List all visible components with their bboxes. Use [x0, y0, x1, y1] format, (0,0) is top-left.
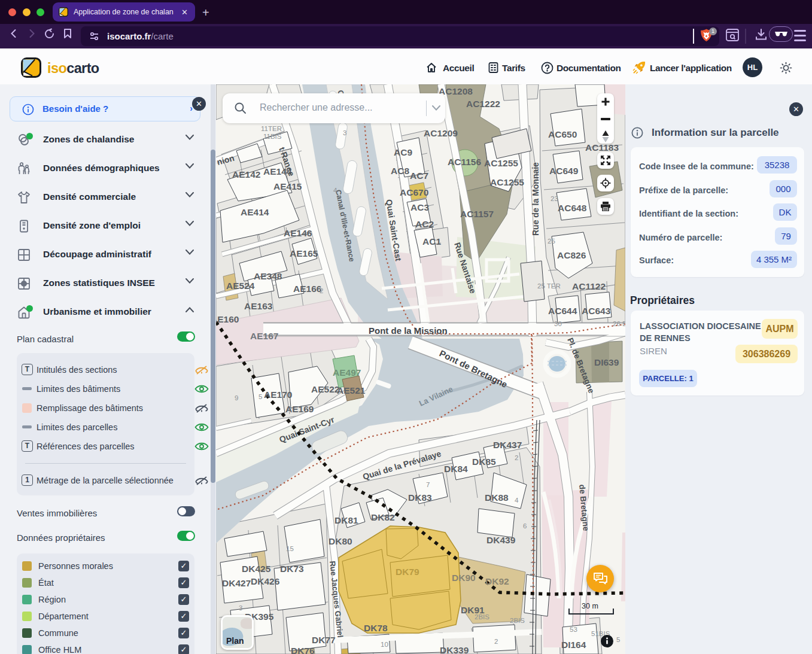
svg-text:DI639: DI639 [594, 357, 619, 367]
svg-text:AC3: AC3 [410, 202, 429, 212]
svg-text:3: 3 [343, 129, 346, 136]
svg-text:AE497: AE497 [333, 367, 361, 378]
svg-text:AC7: AC7 [410, 171, 428, 181]
svg-text:DI164: DI164 [561, 640, 586, 650]
svg-text:AE521: AE521 [337, 385, 366, 396]
svg-text:AC670: AC670 [400, 187, 428, 197]
svg-text:25 TER: 25 TER [537, 282, 561, 290]
svg-text:DK77: DK77 [312, 635, 336, 645]
svg-text:DK437: DK437 [493, 440, 522, 450]
svg-text:11TER: 11TER [261, 125, 282, 132]
svg-text:53: 53 [570, 626, 577, 633]
svg-text:30: 30 [554, 320, 562, 327]
svg-text:AC650: AC650 [548, 129, 577, 139]
svg-text:AC9: AC9 [394, 147, 412, 157]
svg-text:AE170: AE170 [264, 390, 292, 400]
svg-text:11BIS: 11BIS [263, 133, 282, 140]
svg-text:DK88: DK88 [485, 492, 509, 503]
svg-text:AC1157: AC1157 [460, 209, 494, 219]
svg-text:AE167: AE167 [250, 331, 278, 341]
svg-text:DK82: DK82 [371, 512, 395, 522]
svg-text:7: 7 [426, 481, 430, 488]
svg-text:AE414: AE414 [241, 207, 269, 217]
svg-text:2BIS: 2BIS [510, 617, 525, 624]
svg-text:AC8: AC8 [391, 166, 409, 176]
svg-text:AC1209: AC1209 [424, 128, 458, 138]
svg-text:AC1: AC1 [422, 236, 441, 247]
svg-text:Pont de la Mission: Pont de la Mission [369, 326, 448, 336]
svg-text:AE142: AE142 [232, 169, 260, 180]
svg-text:AC1255: AC1255 [484, 158, 518, 168]
svg-text:AE522: AE522 [311, 384, 339, 394]
svg-text:2: 2 [494, 638, 498, 645]
svg-text:6: 6 [523, 522, 527, 530]
svg-text:AE348: AE348 [254, 271, 282, 281]
svg-text:AC1222: AC1222 [466, 99, 500, 109]
svg-text:AC643: AC643 [582, 306, 611, 316]
svg-text:DK85: DK85 [472, 457, 496, 467]
svg-text:DK90: DK90 [452, 573, 476, 583]
svg-text:AC826: AC826 [557, 250, 586, 260]
svg-text:4: 4 [515, 497, 519, 504]
svg-text:2: 2 [515, 454, 518, 461]
svg-text:15: 15 [286, 545, 294, 552]
svg-text:DK81: DK81 [334, 515, 358, 525]
svg-text:DK425: DK425 [242, 564, 271, 574]
svg-text:Rue de la Monnaie: Rue de la Monnaie [531, 162, 540, 236]
svg-text:AC1183: AC1183 [585, 142, 619, 153]
svg-text:DK73: DK73 [280, 564, 304, 574]
svg-text:DK427: DK427 [222, 578, 251, 588]
svg-text:DK80: DK80 [329, 536, 352, 546]
svg-text:4: 4 [333, 187, 337, 194]
svg-text:AC649: AC649 [549, 166, 579, 176]
svg-text:DK78: DK78 [364, 623, 388, 633]
svg-text:3: 3 [239, 604, 242, 612]
svg-text:9: 9 [235, 394, 238, 401]
svg-text:23: 23 [551, 195, 558, 202]
svg-text:26 B: 26 B [613, 320, 625, 327]
svg-text:AE415: AE415 [273, 181, 302, 191]
svg-text:AE146: AE146 [284, 228, 312, 238]
svg-text:AE169: AE169 [285, 404, 314, 414]
svg-text:AC644: AC644 [548, 306, 577, 316]
svg-text:AC648: AC648 [558, 203, 587, 213]
svg-text:AE160: AE160 [216, 314, 239, 324]
svg-text:25: 25 [548, 238, 555, 245]
svg-text:DK79: DK79 [396, 567, 419, 577]
svg-text:AC1255: AC1255 [490, 177, 524, 187]
svg-text:DK84: DK84 [444, 464, 468, 474]
svg-text:2BIS: 2BIS [475, 613, 489, 620]
svg-text:DK83: DK83 [408, 492, 432, 503]
svg-text:2: 2 [320, 287, 323, 294]
svg-text:DK339: DK339 [440, 645, 469, 654]
svg-text:AE166: AE166 [293, 284, 322, 294]
svg-text:AC1156: AC1156 [448, 157, 481, 167]
svg-text:DK439: DK439 [486, 535, 516, 545]
svg-text:AE163: AE163 [244, 301, 273, 311]
svg-text:10: 10 [381, 641, 388, 648]
svg-text:DK92: DK92 [485, 576, 509, 586]
svg-text:AE165: AE165 [290, 248, 318, 258]
svg-text:DK426: DK426 [251, 576, 280, 586]
svg-text:5: 5 [616, 636, 620, 643]
svg-text:AC2: AC2 [415, 219, 434, 229]
svg-text:DK76: DK76 [291, 646, 315, 654]
svg-text:AC1122: AC1122 [572, 281, 606, 291]
svg-text:AC1208: AC1208 [439, 86, 473, 96]
svg-text:AE524: AE524 [226, 281, 255, 291]
svg-text:5: 5 [258, 393, 262, 400]
